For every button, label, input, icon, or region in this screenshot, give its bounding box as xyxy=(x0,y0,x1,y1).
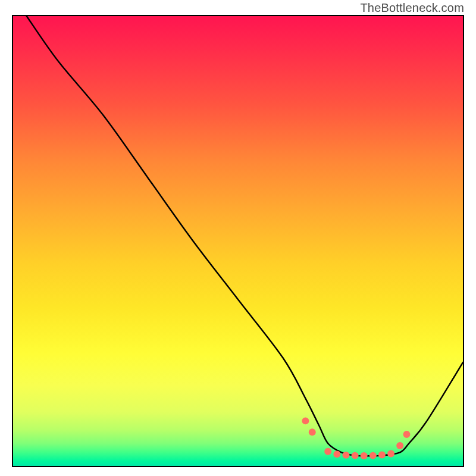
marker-dot xyxy=(324,448,331,455)
marker-dot xyxy=(369,452,377,459)
marker-dot xyxy=(309,428,316,436)
chart-container: TheBottleneck.com xyxy=(0,0,476,476)
marker-dot xyxy=(352,452,359,459)
marker-dot xyxy=(387,450,394,458)
attribution-label: TheBottleneck.com xyxy=(360,1,464,15)
marker-dot xyxy=(378,452,386,459)
marker-dot xyxy=(302,417,309,424)
marker-dot xyxy=(403,431,411,438)
plot-area xyxy=(12,15,464,467)
marker-dot xyxy=(396,442,403,449)
marker-dot xyxy=(342,452,349,459)
marker-dot xyxy=(333,450,340,458)
marker-dot xyxy=(361,452,368,459)
chart-svg xyxy=(13,16,463,466)
curve-path xyxy=(27,16,463,456)
